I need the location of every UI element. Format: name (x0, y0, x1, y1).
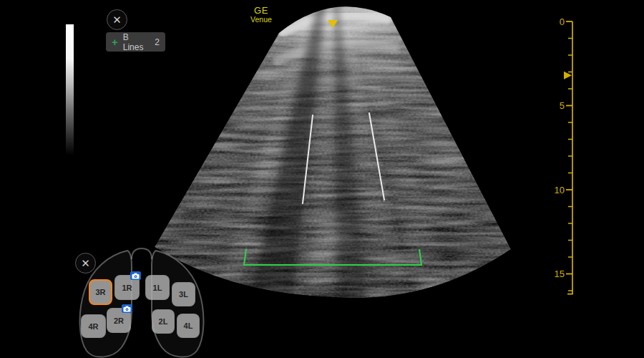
svg-text:0: 0 (560, 16, 565, 27)
svg-text:15: 15 (555, 268, 565, 279)
zone-button-4l[interactable]: 4L (177, 314, 200, 338)
zone-button-1l[interactable]: 1L (145, 275, 170, 300)
zone-button-3r[interactable]: 3R (89, 279, 112, 305)
camera-icon (130, 271, 141, 280)
depth-ruler: 051015 (555, 16, 572, 294)
plus-icon: + (112, 36, 118, 48)
close-icon: ✕ (112, 14, 122, 25)
brand-logo: GE Venue (235, 6, 287, 24)
brand-logo-line2: Venue (235, 16, 287, 24)
zone-label: 4L (184, 321, 193, 330)
zone-label: 4R (88, 322, 98, 331)
zone-label: 2R (114, 316, 124, 325)
close-icon: ✕ (81, 258, 90, 268)
grayscale-bar (66, 24, 74, 155)
b-lines-count: 2 (155, 37, 160, 47)
zone-label: 1L (153, 284, 162, 292)
zone-label: 3L (179, 290, 188, 299)
zone-button-1r[interactable]: 1R (114, 275, 140, 300)
svg-text:5: 5 (560, 100, 565, 111)
zone-label: 3R (95, 288, 105, 296)
close-lung-panel-button[interactable]: ✕ (75, 253, 96, 274)
zone-label: 1R (122, 284, 132, 292)
zone-button-4r[interactable]: 4R (81, 314, 106, 338)
b-lines-tool-button[interactable]: + B Lines 2 (106, 32, 165, 52)
zone-button-3l[interactable]: 3L (172, 282, 195, 306)
zone-button-2r[interactable]: 2R (107, 308, 131, 333)
zone-label: 2L (159, 317, 168, 326)
svg-text:10: 10 (555, 185, 565, 195)
close-b-lines-button[interactable]: ✕ (107, 9, 127, 30)
ultrasound-screen: 051015 ✕ + B Lines 2 GE Venue ✕ 3R 1R (0, 0, 644, 358)
b-lines-label: B Lines (123, 32, 150, 52)
camera-icon (122, 304, 132, 313)
brand-logo-line1: GE (235, 6, 287, 16)
zone-button-2l[interactable]: 2L (152, 309, 175, 334)
